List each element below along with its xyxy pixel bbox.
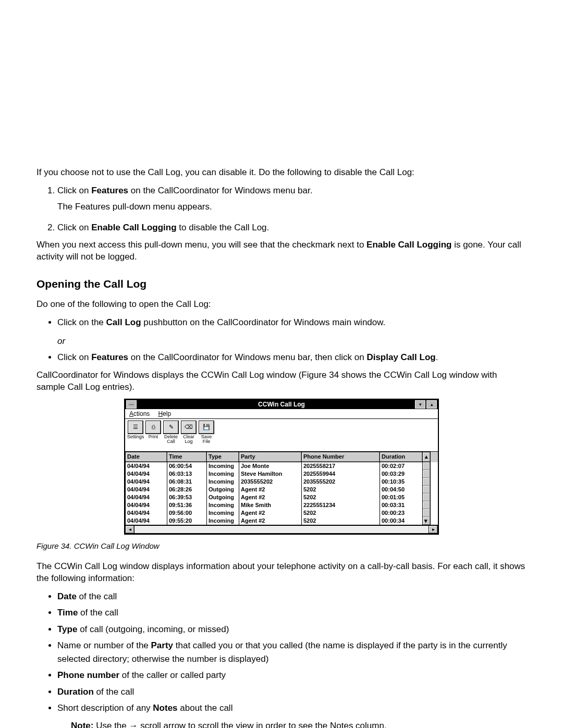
cell: Agent #2: [239, 493, 301, 501]
scroll-left-button[interactable]: ◂: [125, 525, 134, 534]
col-duration[interactable]: Duration: [380, 452, 422, 462]
open-intro: Do one of the following to open the Call…: [36, 299, 527, 311]
cell: 06:00:54: [167, 462, 206, 470]
print-icon: ⎙: [145, 421, 161, 434]
step-1-bold: Features: [91, 186, 128, 195]
info-duration: Duration of the call: [57, 685, 527, 699]
scrollbar-track-cell: [422, 509, 431, 517]
cell: 04/04/94: [125, 517, 167, 525]
scrollbar-track-cell: [422, 493, 431, 501]
table-body: 04/04/9406:00:54IncomingJoe Monte2025558…: [125, 462, 438, 525]
open-opt-2-pre: Click on: [57, 352, 91, 362]
maximize-button[interactable]: ▴: [426, 400, 437, 409]
cell: Agent #2: [239, 486, 301, 493]
save-icon: 💾: [199, 421, 214, 434]
info-party: Name or number of the Party that called …: [57, 639, 527, 665]
scrollbar-track-cell: [422, 501, 431, 509]
cell: 2035555202: [301, 478, 380, 486]
open-opt-2-bold1: Features: [91, 352, 128, 362]
cell: 00:03:29: [380, 470, 422, 478]
cell: Outgoing: [206, 493, 239, 501]
system-menu-icon[interactable]: —: [126, 400, 137, 409]
info-type: Type of call (outgoing, incoming, or mis…: [57, 623, 527, 636]
toolbar-save-file[interactable]: 💾Save File: [198, 421, 215, 444]
toolbar-clear-log[interactable]: ⌫Clear Log: [180, 421, 198, 444]
open-options-list: Click on the Call Log pushbutton on the …: [36, 316, 527, 364]
step-2-pre: Click on: [57, 223, 91, 232]
toolbar-print[interactable]: ⎙Print: [144, 421, 162, 444]
toolbar-clear-label: Clear Log: [180, 435, 198, 444]
table-row[interactable]: 04/04/9406:00:54IncomingJoe Monte2025558…: [125, 462, 438, 470]
cell: 2025559944: [301, 470, 380, 478]
open-or: or: [57, 335, 527, 348]
menu-actions[interactable]: Actions: [129, 410, 150, 417]
cell: 04/04/94: [125, 470, 167, 478]
toolbar: ☰Settings ⎙Print ✎Delete Call ⌫Clear Log…: [125, 419, 438, 444]
cell: Outgoing: [206, 486, 239, 493]
step-2-post: to disable the Call Log.: [177, 223, 270, 232]
toolbar-settings-label: Settings: [127, 435, 144, 439]
step-1-pre: Click on: [57, 186, 91, 195]
table-row[interactable]: 04/04/9406:39:53OutgoingAgent #2520200:0…: [125, 493, 438, 501]
cell: Steve Hamilton: [239, 470, 301, 478]
window-title: CCWin Call Log: [125, 401, 438, 408]
minimize-button[interactable]: ▾: [415, 400, 425, 409]
menu-help[interactable]: Help: [158, 410, 171, 417]
scrollbar-track-cell: [422, 462, 431, 470]
cell: 2225551234: [301, 501, 380, 509]
cell: Agent #2: [239, 509, 301, 517]
cell: 04/04/94: [125, 478, 167, 486]
toolbar-settings[interactable]: ☰Settings: [127, 421, 144, 444]
step-1-post: on the CallCoordinator for Windows menu …: [128, 186, 312, 195]
horizontal-scrollbar[interactable]: ◂ ▸: [125, 525, 438, 534]
delete-icon: ✎: [163, 421, 179, 434]
open-opt-2: Click on Features on the CallCoordinator…: [57, 351, 527, 364]
cell: 06:28:26: [167, 486, 206, 493]
cell: 00:02:07: [380, 462, 422, 470]
scroll-down-button[interactable]: ▾: [422, 517, 431, 525]
cell: 00:04:50: [380, 486, 422, 493]
cell: 06:08:31: [167, 478, 206, 486]
cell: 00:03:31: [380, 501, 422, 509]
table-row[interactable]: 04/04/9406:03:13IncomingSteve Hamilton20…: [125, 470, 438, 478]
step-2: Click on Enable Call Logging to disable …: [57, 221, 527, 235]
open-opt-2-bold2: Display Call Log: [366, 352, 435, 362]
figure-caption: Figure 34. CCWin Call Log Window: [36, 541, 527, 551]
col-date[interactable]: Date: [125, 452, 167, 462]
cell: 09:55:20: [167, 517, 206, 525]
cell: 09:56:00: [167, 509, 206, 517]
scrollbar-track-cell: [422, 486, 431, 493]
cell: 04/04/94: [125, 509, 167, 517]
cell: 06:03:13: [167, 470, 206, 478]
table-header-row: Date Time Type Party Phone Number Durati…: [125, 452, 438, 462]
cell: 2025558217: [301, 462, 380, 470]
table-row[interactable]: 04/04/9406:28:26OutgoingAgent #2520200:0…: [125, 486, 438, 493]
col-phone[interactable]: Phone Number: [301, 452, 380, 462]
scroll-right-button[interactable]: ▸: [429, 525, 438, 534]
table-row[interactable]: 04/04/9409:56:00IncomingAgent #2520200:0…: [125, 509, 438, 517]
notes-note: Note: Use the → scroll arrow to scroll t…: [71, 719, 527, 728]
info-phone: Phone number of the caller or called par…: [57, 669, 527, 682]
scroll-track[interactable]: [134, 525, 429, 534]
col-type[interactable]: Type: [206, 452, 239, 462]
open-opt-2-post: .: [436, 352, 438, 362]
open-opt-2-mid: on the CallCoordinator for Windows menu …: [128, 352, 366, 362]
table-row[interactable]: 04/04/9409:51:36IncomingMike Smith222555…: [125, 501, 438, 509]
col-time[interactable]: Time: [167, 452, 206, 462]
toolbar-delete-call[interactable]: ✎Delete Call: [162, 421, 180, 444]
note-post: scroll arrow to scroll the view in order…: [138, 721, 387, 728]
desc-paragraph: The CCWin Call Log window displays infor…: [36, 561, 527, 585]
scroll-up-button[interactable]: ▴: [422, 452, 431, 462]
after-steps-text: When you next access this pull-down menu…: [36, 239, 527, 263]
table-row[interactable]: 04/04/9409:55:20IncomingAgent #2520200:0…: [125, 517, 438, 525]
note-pre: Use the: [93, 721, 129, 728]
after-steps-bold: Enable Call Logging: [366, 240, 451, 250]
table-row[interactable]: 04/04/9406:08:31Incoming2035555202203555…: [125, 478, 438, 486]
intro-text: If you choose not to use the Call Log, y…: [36, 167, 527, 179]
cell: 00:01:05: [380, 493, 422, 501]
cell: 04/04/94: [125, 462, 167, 470]
col-party[interactable]: Party: [239, 452, 301, 462]
menubar: Actions Help: [125, 409, 438, 419]
ccwin-call-log-window: — CCWin Call Log ▾ ▴ Actions Help ☰Setti…: [124, 399, 439, 535]
cell: 00:10:35: [380, 478, 422, 486]
